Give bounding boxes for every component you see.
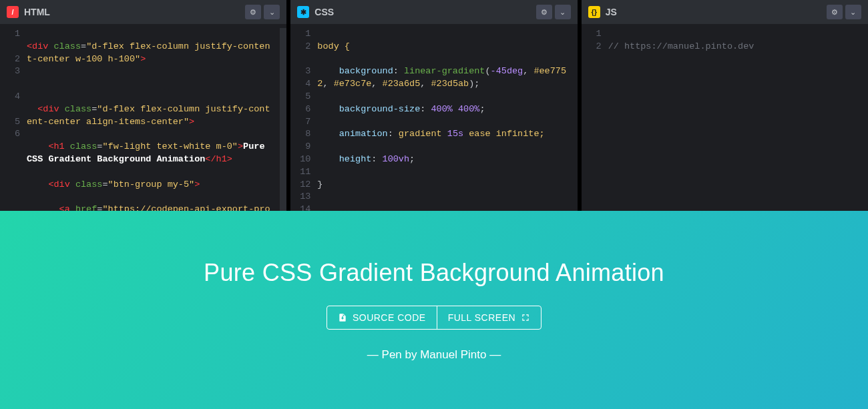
html-header: / HTML ⚙ ⌄ xyxy=(0,0,286,24)
html-label: HTML xyxy=(24,7,50,17)
expand-icon xyxy=(521,313,530,322)
gear-icon[interactable]: ⚙ xyxy=(827,5,843,19)
js-editor[interactable]: 1 2 // https://manuel.pinto.dev xyxy=(582,24,868,211)
pen-author: — Pen by Manuel Pinto — xyxy=(367,348,501,362)
chevron-down-icon[interactable]: ⌄ xyxy=(264,5,280,19)
css-title: ✱ CSS xyxy=(297,6,334,18)
js-code[interactable]: // https://manuel.pinto.dev xyxy=(608,28,868,211)
html-editor[interactable]: 1 2 3 4 5 6 <div class="d-flex flex-colu… xyxy=(0,24,286,211)
chevron-down-icon[interactable]: ⌄ xyxy=(555,5,571,19)
css-header: ✱ CSS ⚙ ⌄ xyxy=(290,0,577,24)
source-code-label: SOURCE CODE xyxy=(353,312,426,323)
source-code-button[interactable]: SOURCE CODE xyxy=(327,306,437,329)
editor-panels: / HTML ⚙ ⌄ 1 2 3 4 5 6 <div class="d-fle… xyxy=(0,0,868,211)
html-scrollbar[interactable] xyxy=(280,28,286,211)
preview-pane: Pure CSS Gradient Background Animation S… xyxy=(0,211,868,409)
js-header: {} JS ⚙ ⌄ xyxy=(582,0,868,24)
chevron-down-icon[interactable]: ⌄ xyxy=(845,5,861,19)
css-panel: ✱ CSS ⚙ ⌄ 1 2 3 4 5 6 7 8 9 10 11 12 xyxy=(290,0,577,211)
js-gutter: 1 2 xyxy=(582,28,608,211)
button-group: SOURCE CODE FULL SCREEN xyxy=(327,306,541,330)
fullscreen-button[interactable]: FULL SCREEN xyxy=(437,306,541,329)
css-code[interactable]: body { background: linear-gradient(-45de… xyxy=(317,28,577,211)
css-icon: ✱ xyxy=(297,6,309,18)
js-controls: ⚙ ⌄ xyxy=(827,5,861,19)
html-icon: / xyxy=(7,6,19,18)
gear-icon[interactable]: ⚙ xyxy=(536,5,552,19)
js-label: JS xyxy=(606,7,617,17)
js-title: {} JS xyxy=(588,6,617,18)
preview-title: Pure CSS Gradient Background Animation xyxy=(204,259,664,287)
gear-icon[interactable]: ⚙ xyxy=(245,5,261,19)
js-panel: {} JS ⚙ ⌄ 1 2 // https://manuel.pinto.de… xyxy=(582,0,868,211)
html-code[interactable]: <div class="d-flex flex-column justify-c… xyxy=(27,28,280,211)
js-icon: {} xyxy=(588,6,600,18)
html-panel: / HTML ⚙ ⌄ 1 2 3 4 5 6 <div class="d-fle… xyxy=(0,0,286,211)
css-label: CSS xyxy=(314,7,334,17)
file-download-icon xyxy=(338,313,347,322)
css-editor[interactable]: 1 2 3 4 5 6 7 8 9 10 11 12 13 14 body { … xyxy=(290,24,577,211)
html-title: / HTML xyxy=(7,6,50,18)
html-gutter: 1 2 3 4 5 6 xyxy=(0,28,27,211)
css-controls: ⚙ ⌄ xyxy=(536,5,571,19)
fullscreen-label: FULL SCREEN xyxy=(448,312,515,323)
css-gutter: 1 2 3 4 5 6 7 8 9 10 11 12 13 14 xyxy=(290,28,317,211)
html-controls: ⚙ ⌄ xyxy=(245,5,280,19)
